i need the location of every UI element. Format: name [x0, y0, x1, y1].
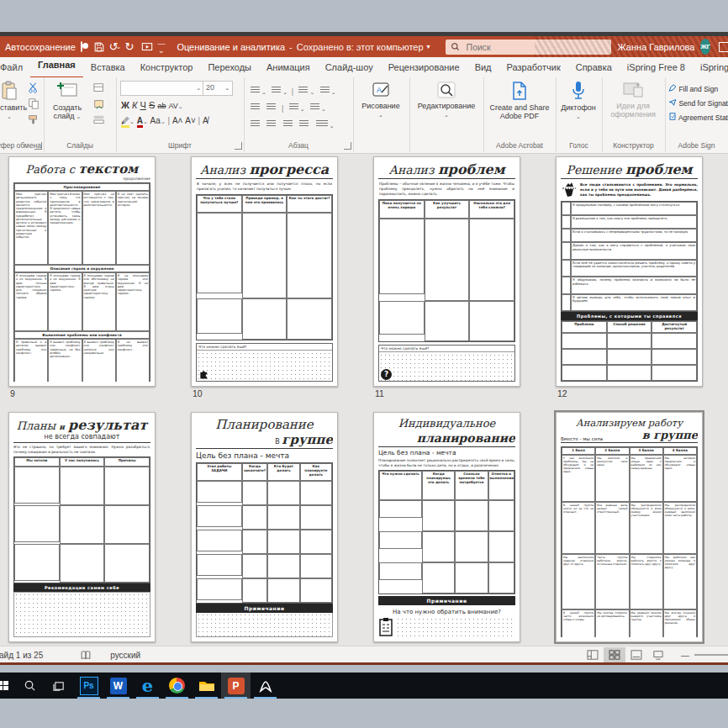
taskbar-chrome-icon[interactable]	[162, 673, 192, 699]
double-strike-icon[interactable]: ab	[157, 102, 166, 110]
send-for-signature-button[interactable]: Send for Signature	[668, 97, 728, 111]
slide-thumbnail-12[interactable]: Решение проблем Все люди сталкиваются с …	[556, 156, 703, 387]
change-case-icon[interactable]: Аа	[150, 116, 161, 125]
autosave-toggle[interactable]	[81, 41, 82, 52]
ribbon-display-options-icon[interactable]	[719, 42, 728, 52]
spellcheck-book-icon[interactable]	[80, 650, 92, 661]
reset-slide-icon[interactable]	[92, 98, 106, 110]
highlight-color-icon[interactable]: 🖉	[121, 116, 129, 128]
slide-thumbnail-10[interactable]: Анализ прогресса В начале, у всех не пол…	[191, 156, 338, 387]
columns-icon[interactable]	[289, 103, 298, 111]
zoom-out-button[interactable]: —	[681, 651, 689, 660]
clipboard-dialog-launcher[interactable]	[34, 142, 42, 150]
font-color-buttons[interactable]: 🖉⌄ А⌄ Аа⌄ | А˄ А˅ | А̸	[121, 116, 242, 125]
justify-icon[interactable]	[299, 120, 309, 128]
font-dialog-launcher[interactable]	[235, 142, 242, 150]
taskbar-photoshop-icon[interactable]: Ps	[74, 673, 103, 699]
tab-file[interactable]: Файл	[0, 57, 30, 77]
slide-layout-icon[interactable]	[92, 82, 106, 94]
line-spacing-icon[interactable]	[298, 87, 308, 94]
align-buttons[interactable]: ⌄	[249, 116, 335, 131]
tab-slideshow[interactable]: Слайд-шоу	[318, 57, 381, 77]
customize-qat-icon[interactable]: —⌄	[157, 40, 165, 54]
slide-counter[interactable]: Слайд 1 из 25	[0, 651, 43, 660]
increase-indent-icon[interactable]	[266, 103, 276, 111]
normal-view-button[interactable]	[582, 647, 604, 662]
bullets-icon[interactable]	[251, 87, 260, 94]
tab-insert[interactable]: Вставка	[83, 57, 133, 77]
numbering-icon[interactable]	[272, 87, 281, 94]
redo-icon[interactable]: ↻	[124, 40, 134, 53]
tab-ispring-suite[interactable]: iSpring Suite 9	[693, 57, 728, 77]
slide-sorter-view-button[interactable]	[604, 647, 625, 662]
taskbar-explorer-icon[interactable]	[192, 673, 221, 699]
indent-buttons[interactable]: | ⌄ ⌄	[249, 99, 326, 114]
agreement-status-button[interactable]: Agreement Status	[668, 111, 728, 125]
paste-button[interactable]: Вставить⌄	[0, 81, 24, 121]
fill-and-sign-button[interactable]: Fill and Sign	[668, 82, 728, 97]
slide-thumbnail-14[interactable]: Планирование В группе Цель без плана - м…	[191, 412, 338, 642]
user-name[interactable]: Жанна Гаврилова	[618, 42, 695, 52]
slide-thumbnail-9[interactable]: Работа с текстом продолжение Прогнозиров…	[8, 156, 156, 387]
font-name-combobox[interactable]: ⌄	[120, 81, 204, 96]
drawing-button[interactable]: A Рисование⌄	[355, 81, 407, 119]
copy-icon[interactable]	[27, 98, 40, 109]
font-size-combobox[interactable]: 20⌄	[203, 81, 233, 96]
smartart-convert-icon[interactable]	[316, 120, 328, 128]
tab-view[interactable]: Вид	[467, 57, 499, 77]
slide-thumbnail-15[interactable]: Индивидуальное планирование Цель без пла…	[373, 412, 520, 642]
sort-icon[interactable]	[320, 87, 330, 94]
tab-home[interactable]: Главная	[30, 56, 83, 79]
italic-icon[interactable]: К	[132, 100, 137, 110]
text-direction-icon[interactable]	[310, 103, 319, 111]
start-slideshow-icon[interactable]	[141, 41, 153, 53]
underline-icon[interactable]: Ч	[140, 100, 146, 110]
slide-thumbnail-11[interactable]: Анализ проблем Проблемы – обычное явлени…	[373, 156, 520, 387]
char-spacing-icon[interactable]: AV	[168, 102, 177, 110]
taskbar-search-button[interactable]	[15, 673, 45, 699]
decrease-indent-icon[interactable]	[251, 103, 260, 111]
tab-animations[interactable]: Анимация	[259, 57, 318, 77]
tab-ispring-free[interactable]: iSpring Free 8	[620, 57, 693, 77]
tab-developer[interactable]: Разработчик	[499, 57, 568, 77]
dictaphone-button[interactable]: Диктофон⌄	[557, 81, 599, 121]
font-style-buttons[interactable]: Ж К Ч S ab AV⌄	[121, 100, 239, 110]
font-color-icon[interactable]: А	[137, 116, 143, 128]
tab-design[interactable]: Конструктор	[133, 57, 201, 77]
slideshow-view-button[interactable]	[647, 647, 669, 662]
reading-view-button[interactable]	[625, 647, 647, 662]
start-button[interactable]	[0, 673, 15, 699]
bold-icon[interactable]: Ж	[121, 100, 129, 110]
editing-button[interactable]: Редактирование⌄	[411, 81, 482, 119]
tab-transitions[interactable]: Переходы	[200, 57, 259, 77]
taskbar-powerpoint-icon[interactable]: P	[221, 673, 251, 699]
format-painter-icon[interactable]	[27, 113, 40, 125]
zoom-slider[interactable]	[694, 654, 728, 656]
undo-caret-icon[interactable]: ⌄	[116, 43, 122, 50]
title-dropdown-icon[interactable]: ▾	[427, 43, 430, 50]
create-share-pdf-button[interactable]: Create and Share Adobe PDF	[485, 81, 554, 120]
paragraph-dialog-launcher[interactable]	[344, 142, 351, 150]
taskbar-acrobat-icon[interactable]	[251, 673, 280, 699]
slide-thumbnail-13[interactable]: Планы и результат не всегда совпадают Эт…	[8, 412, 156, 642]
align-center-icon[interactable]	[266, 120, 276, 128]
list-buttons[interactable]: ⌄ ⌄ | ⌄ ⌄	[249, 82, 336, 98]
align-right-icon[interactable]	[283, 120, 293, 128]
taskbar-word-icon[interactable]: W	[103, 673, 133, 699]
language-indicator[interactable]: русский	[110, 651, 140, 660]
shrink-font-icon[interactable]: А˅	[185, 116, 196, 125]
design-ideas-button[interactable]: Идеи для оформления	[604, 81, 662, 119]
grow-font-icon[interactable]: А˄	[172, 116, 183, 125]
strikethrough-icon[interactable]: S	[149, 100, 155, 110]
new-slide-button[interactable]: Создать слайд ⌄	[47, 81, 87, 121]
cut-icon[interactable]	[27, 82, 40, 93]
tab-review[interactable]: Рецензирование	[381, 57, 467, 77]
taskbar-edge-icon[interactable]: e	[133, 673, 162, 699]
save-icon[interactable]	[93, 41, 105, 53]
tab-help[interactable]: Справка	[568, 57, 620, 77]
section-icon[interactable]	[92, 114, 106, 126]
slide-thumbnail-16[interactable]: Анализируем работу Вместе - мы сила в гр…	[556, 412, 703, 642]
task-view-button[interactable]	[45, 673, 74, 699]
clear-formatting-icon[interactable]: А̸	[203, 116, 208, 125]
align-left-icon[interactable]	[251, 120, 260, 128]
